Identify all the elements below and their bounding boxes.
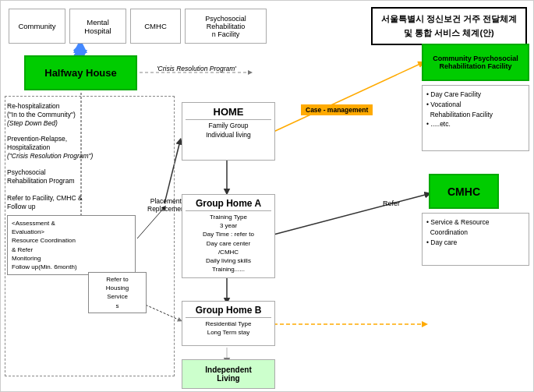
- refer-label: Refer: [383, 200, 400, 207]
- halfway-house-box: Halfway House: [24, 55, 137, 90]
- top-box-mental-hospital: MentalHospital: [69, 9, 126, 44]
- title-box: 서울특별시 정신보건 거주 전달체계 및 통합 서비스 체계(안): [371, 7, 527, 45]
- top-box-psychosocial: PsychosocialRehabilitation Facility: [185, 9, 267, 44]
- halfway-house-label: Halfway House: [44, 67, 116, 79]
- cmhc-right-box: CMHC: [429, 174, 499, 209]
- dashed-left-box: [5, 96, 175, 376]
- community-label: Community: [18, 22, 55, 30]
- cmhc-right-label: CMHC: [447, 185, 480, 198]
- placement-label: Placement/Replacement: [147, 197, 186, 213]
- title-line2: 및 통합 서비스 체계(안): [404, 28, 494, 37]
- housing-box: Refer toHousingServices: [88, 272, 147, 313]
- community-psychosocial-box: Community PsychosocialRehabilitation Fac…: [422, 44, 529, 81]
- home-box: HOME Family GroupIndividual living: [182, 102, 275, 161]
- top-box-cmhc: CMHC: [130, 9, 181, 44]
- psychosocial-label: PsychosocialRehabilitation Facility: [205, 15, 246, 38]
- svg-line-10: [274, 63, 422, 132]
- svg-line-11: [274, 194, 428, 235]
- group-home-b-title: Group Home B: [186, 305, 271, 318]
- home-title: HOME: [186, 106, 271, 120]
- independent-living-box: IndependentLiving: [182, 359, 275, 389]
- title-line1: 서울특별시 정신보건 거주 전달체계: [381, 14, 517, 23]
- independent-living-label: IndependentLiving: [205, 366, 251, 383]
- svg-marker-13: [422, 321, 428, 327]
- top-box-community: Community: [9, 9, 65, 44]
- group-home-a-sub: Training Type3 yearDay Time : refer toDa…: [186, 213, 271, 274]
- group-home-b-box: Group Home B Residential TypeLong Term s…: [182, 301, 275, 346]
- cmhc-detail-box: • Service & Resource Coordination • Day …: [422, 213, 529, 266]
- group-home-b-sub: Residential TypeLong Term stay: [186, 320, 271, 337]
- group-home-a-title: Group Home A: [186, 198, 271, 211]
- community-detail-box: • Day Care Facility • Vocational Rehabil…: [422, 85, 529, 151]
- group-home-a-box: Group Home A Training Type3 yearDay Time…: [182, 194, 275, 278]
- diagram-container: 서울특별시 정신보건 거주 전달체계 및 통합 서비스 체계(안) Commun…: [0, 0, 534, 392]
- case-management-label: Case - management: [301, 104, 373, 115]
- cmhc-top-label: CMHC: [144, 22, 167, 30]
- community-psychosocial-label: Community PsychosocialRehabilitation Fac…: [433, 55, 518, 70]
- crisis-resolution-label: 'Crisis Resolution Program': [157, 65, 236, 72]
- home-subtitle: Family GroupIndividual living: [186, 122, 271, 140]
- mental-hospital-label: MentalHospital: [84, 18, 111, 35]
